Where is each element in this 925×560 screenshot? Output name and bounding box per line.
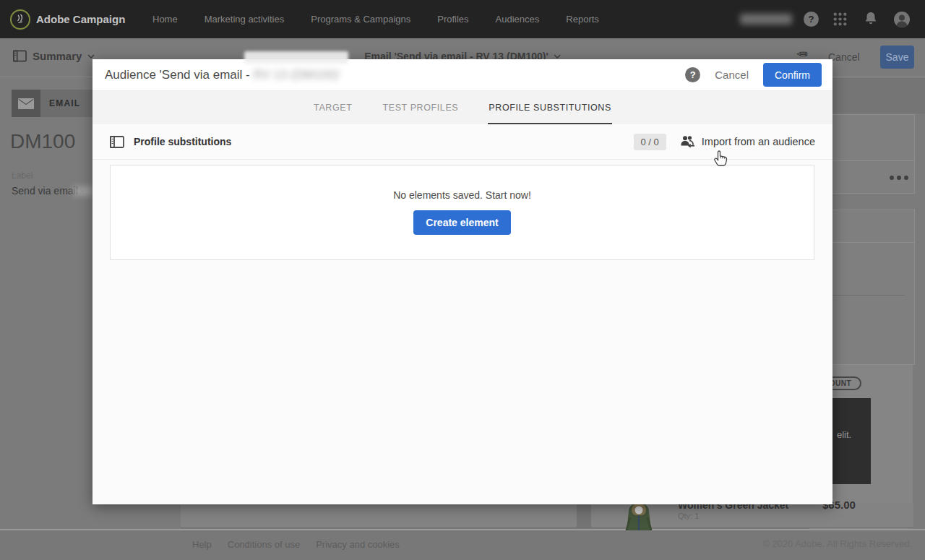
summary-label: Summary xyxy=(33,50,82,62)
users-import-icon xyxy=(679,135,695,148)
nav-links: Home Marketing activities Programs & Cam… xyxy=(152,0,599,38)
footer-link-conditions[interactable]: Conditions of use xyxy=(228,539,300,550)
import-from-audience-label: Import from an audience xyxy=(702,136,815,147)
footer-link-help[interactable]: Help xyxy=(192,539,212,550)
empty-state-card: No elements saved. Start now! Create ele… xyxy=(110,165,814,260)
count-badge: 0 / 0 xyxy=(634,134,666,150)
page-save-button[interactable]: Save xyxy=(880,46,914,69)
right-toolbar-band xyxy=(824,78,925,113)
tab-profile-substitutions[interactable]: PROFILE SUBSTITUTIONS xyxy=(488,91,612,125)
tab-target[interactable]: TARGET xyxy=(313,91,353,125)
audience-dialog: Audience 'Send via email - RV 13 (DM100)… xyxy=(92,59,832,504)
adobe-campaign-logo-icon[interactable] xyxy=(9,9,31,30)
preview-column-gap xyxy=(577,504,591,527)
envelope-icon xyxy=(18,98,34,109)
nav-reports[interactable]: Reports xyxy=(566,14,599,25)
avatar-icon[interactable] xyxy=(893,11,911,28)
dialog-cancel-button[interactable]: Cancel xyxy=(715,69,749,81)
toolbar-title: Profile substitutions xyxy=(134,136,231,147)
app-grid-icon[interactable] xyxy=(832,12,848,27)
bell-icon[interactable] xyxy=(864,11,878,27)
header-redaction-blur xyxy=(244,51,348,64)
create-element-button[interactable]: Create element xyxy=(413,210,510,235)
adobe-campaign-app: Summary Email 'Send via email - RV 13 (D… xyxy=(0,0,925,560)
chevron-down-icon xyxy=(554,54,561,59)
email-channel-label: EMAIL xyxy=(49,90,80,117)
product-qty: Qty: 1 xyxy=(678,512,699,520)
dialog-actions: ? Cancel Confirm xyxy=(685,63,822,87)
nav-marketing-activities[interactable]: Marketing activities xyxy=(205,14,285,25)
chevron-down-icon xyxy=(87,54,95,59)
tab-test-profiles[interactable]: TEST PROFILES xyxy=(382,91,459,125)
panel-divider xyxy=(825,242,914,243)
panel-divider xyxy=(825,160,914,161)
delivery-name: DM100 xyxy=(10,130,75,153)
label-redaction-blur xyxy=(73,186,92,196)
panel-view-icon xyxy=(13,50,27,62)
hero-text-fragment: elit. xyxy=(837,429,851,440)
footer-links: Help Conditions of use Privacy and cooki… xyxy=(192,530,400,558)
right-panel xyxy=(824,210,915,365)
product-image-jacket xyxy=(621,501,656,530)
ellipsis-menu-button[interactable] xyxy=(890,176,908,180)
brand-name: Adobe Campaign xyxy=(36,0,125,38)
footer: Help Conditions of use Privacy and cooki… xyxy=(0,530,925,560)
dialog-header: Audience 'Send via email - RV 13 (DM100)… xyxy=(92,59,832,90)
email-channel-box xyxy=(12,90,40,117)
dialog-title-redacted: RV 13 (DM100)' xyxy=(253,68,340,82)
summary-view-dropdown[interactable]: Summary xyxy=(13,50,95,62)
dialog-confirm-button[interactable]: Confirm xyxy=(763,63,822,87)
panel-rule xyxy=(832,295,905,296)
nav-help-icon[interactable]: ? xyxy=(804,12,819,27)
page-cancel-button[interactable]: Cancel xyxy=(828,51,860,63)
right-panel xyxy=(824,114,915,194)
empty-state-message: No elements saved. Start now! xyxy=(111,189,814,201)
dialog-tabs: TARGET TEST PROFILES PROFILE SUBSTITUTIO… xyxy=(92,90,832,124)
username-redaction-blur[interactable] xyxy=(740,14,792,25)
preview-product-row xyxy=(181,504,913,527)
help-icon[interactable]: ? xyxy=(685,67,700,82)
mouse-cursor xyxy=(713,148,729,167)
copyright-text: © 2020 Adobe. All Rights Reserved. xyxy=(762,530,912,558)
label-caption: Label xyxy=(12,171,33,181)
list-view-icon xyxy=(110,136,124,148)
dialog-title: Audience 'Send via email - RV 13 (DM100)… xyxy=(105,68,341,82)
import-from-audience-button[interactable]: Import from an audience xyxy=(679,135,815,148)
nav-audiences[interactable]: Audiences xyxy=(496,14,540,25)
nav-profiles[interactable]: Profiles xyxy=(437,14,468,25)
footer-link-privacy[interactable]: Privacy and cookies xyxy=(316,539,400,550)
top-navigation-bar: Adobe Campaign Home Marketing activities… xyxy=(0,0,925,38)
dialog-body: No elements saved. Start now! Create ele… xyxy=(92,160,832,504)
nav-programs-campaigns[interactable]: Programs & Campaigns xyxy=(311,14,410,25)
nav-home[interactable]: Home xyxy=(152,14,178,25)
preview-bottom-edge xyxy=(181,527,913,528)
dialog-title-prefix: Audience 'Send via email - xyxy=(105,68,253,82)
